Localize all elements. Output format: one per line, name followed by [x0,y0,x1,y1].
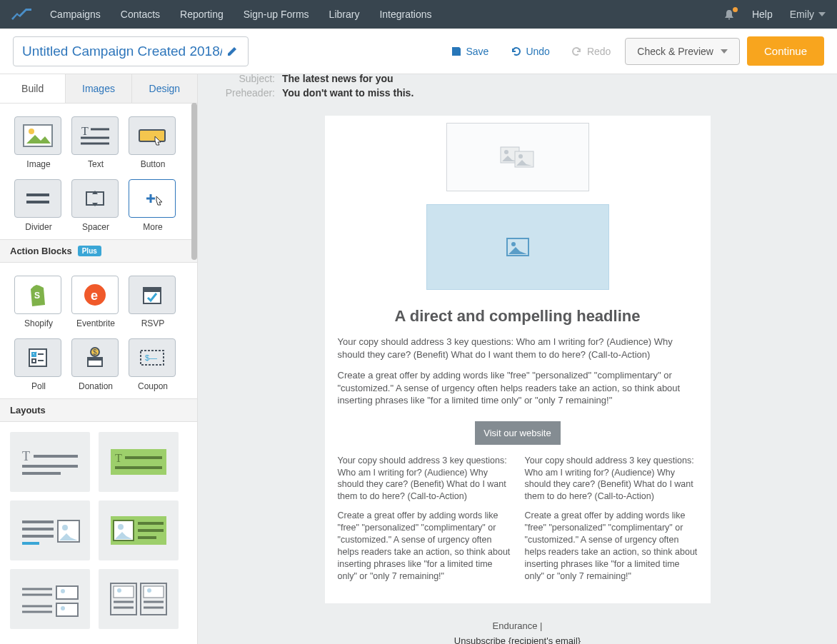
shopify-icon: S [25,282,51,308]
tab-images[interactable]: Images [65,74,131,103]
block-text[interactable]: T Text [71,116,120,169]
svg-rect-18 [29,349,46,366]
nav-library[interactable]: Library [329,9,360,20]
campaign-title-field[interactable] [13,36,249,66]
block-button-label: Button [129,159,177,169]
block-more-label: More [129,222,177,232]
layout-3[interactable] [10,500,90,560]
preheader-value[interactable]: You don't want to miss this. [282,87,414,99]
eventbrite-icon: e [82,282,108,308]
block-image[interactable]: Image [14,116,63,169]
nav-contacts[interactable]: Contacts [121,9,160,20]
col-right-p2: Create a great offer by adding words lik… [525,510,698,582]
svg-point-59 [117,588,121,593]
layout-6[interactable] [99,569,179,629]
svg-rect-55 [56,603,78,616]
redo-label: Redo [587,46,611,57]
sidebar: Build Images Design Image T Text Button [0,74,198,644]
undo-button[interactable]: Undo [503,41,556,61]
block-image-label: Image [14,159,63,169]
block-divider[interactable]: Divider [14,179,63,232]
unsubscribe-link[interactable]: Unsubscribe {recipient's email} [454,635,581,644]
poll-icon [25,345,51,371]
block-spacer[interactable]: Spacer [71,179,120,232]
placeholder-image-icon [496,143,539,171]
layout-5[interactable] [10,569,90,629]
block-shopify[interactable]: S Shopify [14,276,63,328]
nav-reporting[interactable]: Reporting [180,9,224,20]
tab-design[interactable]: Design [131,74,197,103]
undo-icon [510,46,521,57]
svg-text:S: S [34,291,40,301]
email-cta-button[interactable]: Visit our website [475,421,561,445]
email-paragraph-1[interactable]: Your copy should address 3 key questions… [325,336,711,369]
check-preview-button[interactable]: Check & Preview [625,38,740,65]
email-headline[interactable]: A direct and compelling headline [325,307,711,326]
block-button[interactable]: Button [129,116,177,169]
preheader-label: Preheader: [215,87,275,99]
svg-point-45 [118,524,124,530]
nav-integrations[interactable]: Integrations [379,9,431,20]
pencil-icon[interactable] [226,46,238,57]
block-donation-label: Donation [71,381,120,391]
text-icon: T [79,125,111,146]
tab-build[interactable]: Build [0,74,65,103]
nav-campaigns[interactable]: Campaigns [50,9,101,20]
block-poll[interactable]: Poll [14,338,63,391]
action-blocks-title: Action Blocks [10,246,72,256]
layout-2[interactable]: T [99,432,179,492]
chevron-down-icon [721,49,728,54]
email-col-left[interactable]: Your copy should address 3 key questions… [338,455,511,590]
col-left-p1: Your copy should address 3 key questions… [338,455,511,503]
email-body[interactable]: A direct and compelling headline Your co… [325,116,711,603]
campaign-title-input[interactable] [22,44,222,59]
save-button[interactable]: Save [443,41,496,61]
nav-signup-forms[interactable]: Sign-up Forms [244,9,309,20]
image-placeholder-logo[interactable] [446,123,589,191]
block-eventbrite-label: Eventbrite [71,318,120,328]
col-right-p1: Your copy should address 3 key questions… [525,455,698,503]
plus-badge: Plus [78,246,101,256]
top-nav: Campaigns Contacts Reporting Sign-up For… [0,0,837,29]
scrollbar[interactable] [191,103,197,260]
nav-help[interactable]: Help [752,9,773,20]
svg-text:T: T [22,449,30,463]
email-col-right[interactable]: Your copy should address 3 key questions… [525,455,698,590]
user-menu[interactable]: Emily [790,9,826,20]
block-donation[interactable]: $ Donation [71,338,120,391]
svg-text:T: T [81,125,89,137]
layout-1[interactable]: T [10,432,90,492]
svg-point-56 [61,606,65,610]
redo-button: Redo [564,41,618,61]
image-placeholder-hero[interactable] [426,204,609,290]
block-shopify-label: Shopify [14,318,63,328]
continue-button[interactable]: Continue [747,36,824,66]
svg-text:$—: $— [145,353,157,362]
block-poll-label: Poll [14,381,63,391]
undo-label: Undo [526,46,549,57]
app-logo-icon[interactable] [11,7,33,21]
svg-text:$: $ [93,348,97,356]
block-coupon[interactable]: $— Coupon [129,338,177,391]
block-rsvp[interactable]: RSVP [129,276,177,328]
notifications-icon[interactable] [723,9,735,20]
svg-point-68 [504,150,508,154]
block-more[interactable]: More [129,179,177,232]
more-icon [136,186,168,211]
block-text-label: Text [71,159,120,169]
svg-rect-17 [144,288,161,292]
svg-rect-51 [56,586,78,599]
block-spacer-label: Spacer [71,222,120,232]
block-eventbrite[interactable]: e Eventbrite [71,276,120,328]
layout-4[interactable] [99,500,179,560]
svg-rect-26 [88,358,102,361]
email-paragraph-2[interactable]: Create a great offer by adding words lik… [325,369,711,416]
svg-point-70 [518,154,523,159]
subject-value[interactable]: The latest news for you [282,74,394,84]
placeholder-image-icon [506,237,530,257]
user-name: Emily [790,9,814,20]
rsvp-icon [139,282,165,308]
canvas: Subject: The latest news for you Prehead… [198,74,837,644]
sidebar-tabs: Build Images Design [0,74,197,104]
footer-pipe: | [537,620,542,631]
